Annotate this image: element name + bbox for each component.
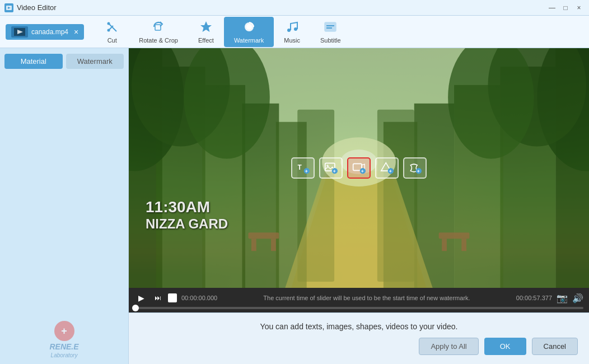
apply-to-all-button[interactable]: Apply to All [419,338,478,355]
svg-text:+: + [305,169,308,174]
svg-rect-45 [461,239,466,251]
watermark-tab-button[interactable]: Watermark [66,54,124,69]
close-button[interactable]: × [573,3,585,12]
sidebar: Material Watermark + RENE.E Laboratory [0,48,129,364]
app-icon [4,3,13,12]
effect-icon [199,20,213,35]
step-forward-button[interactable]: ⏭ [152,292,163,304]
tab-bar: canada.mp4 × Cut Rotate & Crop Effect [0,16,589,48]
svg-rect-13 [325,22,336,31]
add-shape-button[interactable]: + [375,157,399,179]
tab-subtitle[interactable]: Subtitle [310,17,351,47]
svg-rect-40 [248,232,279,239]
tab-rotate-crop-label: Rotate & Crop [139,37,178,44]
tab-cut-label: Cut [107,37,117,44]
play-button[interactable]: ▶ [134,291,148,305]
tab-cut[interactable]: Cut [95,17,129,47]
title-bar: Video Editor — □ × [0,0,589,16]
main-content: Material Watermark + RENE.E Laboratory [0,48,589,364]
svg-point-10 [246,24,252,30]
add-text-button[interactable]: T + [291,157,315,179]
file-thumbnail [11,26,28,38]
nav-tabs: Cut Rotate & Crop Effect Watermark [95,17,583,47]
end-time-label: 00:00:57.377 [507,295,552,301]
tab-rotate-crop[interactable]: Rotate & Crop [129,17,188,47]
logo-name: RENE.E [49,342,78,351]
timeline-bar: ▶ ⏭ 00:00:00.000 The current time of sli… [129,288,589,312]
watermark-location: NIZZA GARD [146,216,228,232]
add-video-button[interactable]: + [347,157,371,179]
logo-sub: Laboratory [51,352,78,358]
watermark-overlay: 11:30AM NIZZA GARD [146,198,228,232]
maximize-button[interactable]: □ [560,3,571,12]
svg-rect-44 [442,239,447,251]
tab-subtitle-label: Subtitle [320,37,341,44]
material-tab-button[interactable]: Material [4,54,63,69]
tab-effect[interactable]: Effect [188,17,224,47]
video-area: 11:30AM NIZZA GARD T + [129,48,589,364]
rotate-crop-icon [152,20,165,35]
bottom-panel: You can add texts, images, shapes, video… [129,312,589,364]
svg-text:+: + [333,169,336,174]
file-tab-close-icon[interactable]: × [74,27,78,36]
cancel-button[interactable]: Cancel [532,338,578,355]
volume-icon[interactable]: 🔊 [572,293,583,304]
stop-button[interactable] [168,293,177,302]
timeline-slider[interactable] [134,307,583,309]
minimize-button[interactable]: — [546,3,558,12]
slider-thumb[interactable] [132,305,139,311]
svg-text:+: + [361,169,364,174]
music-icon [286,20,299,35]
svg-point-11 [287,29,291,32]
timeline-hint: The current time of slider will be used … [231,295,503,301]
title-bar-title: Video Editor [17,3,57,12]
svg-text:T: T [298,164,302,171]
tab-music[interactable]: Music [274,17,310,47]
file-tab-name: canada.mp4 [31,28,68,36]
title-bar-left: Video Editor [4,3,57,12]
svg-point-12 [294,27,297,31]
watermark-toolbar: T + + [291,157,427,179]
logo-icon: + [54,321,74,341]
sidebar-logo: + RENE.E Laboratory [49,310,78,358]
sidebar-tab-buttons: Material Watermark [4,54,124,69]
add-image-button[interactable]: + [319,157,343,179]
timeline-slider-row [134,307,583,309]
svg-rect-8 [155,25,161,30]
svg-rect-41 [251,239,256,251]
tab-watermark-label: Watermark [234,37,264,44]
add-other-button[interactable]: + [403,157,427,179]
svg-text:+: + [389,169,392,174]
watermark-time: 11:30AM [146,198,228,216]
cut-icon [105,20,119,35]
start-time-label: 00:00:00.000 [181,295,226,301]
screenshot-icon[interactable]: 📷 [557,293,568,304]
svg-rect-42 [271,239,276,251]
file-tab[interactable]: canada.mp4 × [6,24,84,40]
video-preview: 11:30AM NIZZA GARD T + [129,48,589,288]
add-watermark-hint: You can add texts, images, shapes, video… [260,322,458,331]
tab-watermark[interactable]: Watermark [224,17,274,47]
tab-music-label: Music [284,37,300,44]
timeline-controls: ▶ ⏭ 00:00:00.000 The current time of sli… [134,291,583,305]
tab-effect-label: Effect [198,37,214,44]
ok-button[interactable]: OK [484,338,526,355]
title-bar-controls: — □ × [546,3,585,12]
svg-rect-43 [439,232,470,239]
subtitle-icon [324,20,337,35]
watermark-icon [242,20,256,35]
svg-text:+: + [417,169,420,174]
bottom-actions: Apply to All OK Cancel [140,338,578,355]
